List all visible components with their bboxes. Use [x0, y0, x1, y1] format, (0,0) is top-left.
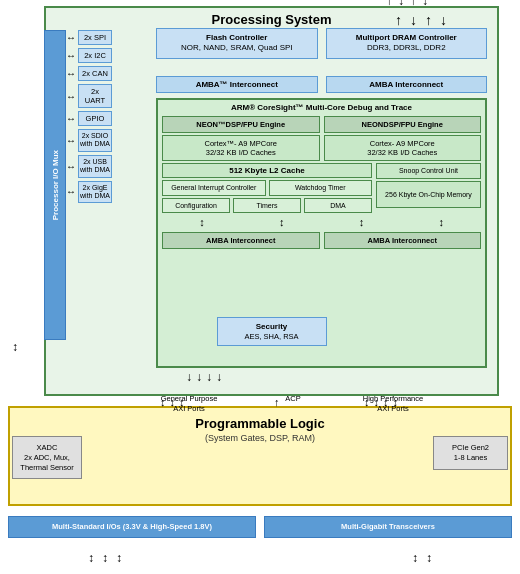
flash-controller-box: Flash Controller NOR, NAND, SRAM, Quad S…: [156, 28, 318, 59]
sdio-box: 2x SDIO with DMA: [78, 129, 112, 152]
security-box: Security AES, SHA, RSA: [217, 317, 327, 346]
arr3: ↕: [359, 216, 365, 228]
usb-arrow: ↔: [66, 161, 76, 172]
top-arrows: ↑ ↓ ↑ ↓: [395, 12, 447, 28]
uart-arrow: ↔: [66, 91, 76, 102]
security-detail: AES, SHA, RSA: [244, 332, 298, 341]
gp-axi-arrows: ↓ ↓ ↓ ↓: [186, 370, 222, 384]
arr4: ↕: [438, 216, 444, 228]
ps-top-arr4: ↓: [422, 0, 428, 8]
hp-port-arr3: ↕: [383, 396, 389, 408]
gp-arr4: ↓: [216, 370, 222, 384]
flash-subtitle: NOR, NAND, SRAM, Quad SPI: [181, 43, 293, 52]
uart-box: 2x UART: [78, 84, 112, 108]
ps-top-arr1: ↑: [386, 0, 392, 8]
hp-port-arr1: ↕: [364, 396, 370, 408]
acp-text: ACP: [285, 394, 300, 403]
neon-left: NEON™DSP/FPU Engine: [162, 116, 320, 133]
arm-title: ARM® CoreSight™ Multi-Core Debug and Tra…: [158, 100, 485, 114]
snoop-control-box: Snoop Control Unit: [376, 163, 481, 179]
pcie-box: PCIe Gen2 1-8 Lanes: [433, 436, 508, 470]
watchdog-label: Watchdog Timer: [295, 184, 346, 191]
onchip-memory-box: 256 Kbyte On-Chip Memory: [376, 181, 481, 208]
gp-arr1: ↓: [186, 370, 192, 384]
usb-box: 2x USB with DMA: [78, 155, 112, 178]
cortex-right: Cortex- A9 MPCore 32/32 KB I/D Caches: [324, 135, 482, 161]
acp-arr: ↑: [274, 396, 280, 408]
amba-top-right-label: AMBA Interconnect: [369, 80, 443, 89]
cortex-right-line1: Cortex- A9 MPCore: [327, 139, 479, 148]
gp-arr2: ↓: [196, 370, 202, 384]
amba-bottom-right: AMBA Interconnect: [324, 232, 482, 249]
bottom-arrows-right: ↕ ↕: [412, 551, 432, 565]
top-controllers-row: Flash Controller NOR, NAND, SRAM, Quad S…: [156, 28, 487, 59]
can-row: ↔ 2x CAN: [66, 66, 112, 81]
cortex-right-line2: 32/32 KB I/D Caches: [367, 148, 437, 157]
neon-row: NEON™DSP/FPU Engine NEONDSP/FPU Engine: [162, 116, 481, 133]
multi-standard-io-box: Multi-Standard I/Os (3.3V & High-Speed 1…: [8, 516, 256, 538]
gp-axi-label: General Purpose AXI Ports: [144, 394, 234, 414]
main-diagram: Processing System Flash Controller NOR, …: [8, 6, 512, 566]
sdio-row: ↔ 2x SDIO with DMA: [66, 129, 112, 152]
usb-row: ↔ 2x USB with DMA: [66, 155, 112, 178]
amba-bottom-left: AMBA Interconnect: [162, 232, 320, 249]
left-peripherals: ↔ 2x SPI ↔ 2x I2C ↔ 2x CAN ↔ 2x UART ↔ G…: [66, 30, 112, 203]
uart-row: ↔ 2x UART: [66, 84, 112, 108]
bot-arr3: ↕: [116, 551, 122, 565]
xadc-label: XADC 2x ADC, Mux, Thermal Sensor: [20, 443, 73, 472]
amba-top-right: AMBA Interconnect: [326, 76, 488, 93]
arrow-up-2: ↑: [425, 12, 432, 28]
sdio-arrow: ↔: [66, 135, 76, 146]
can-arrow: ↔: [66, 68, 76, 79]
watchdog-timer-box: Watchdog Timer: [269, 180, 373, 196]
dram-subtitle: DDR3, DDR3L, DDR2: [367, 43, 446, 52]
arr2: ↕: [279, 216, 285, 228]
processing-system-box: Processing System Flash Controller NOR, …: [44, 6, 499, 396]
xadc-box: XADC 2x ADC, Mux, Thermal Sensor: [12, 436, 82, 479]
l2-main: 512 Kbyte L2 Cache General Interrupt Con…: [162, 163, 372, 213]
cortex-left-line2: 32/32 KB I/D Caches: [206, 148, 276, 157]
can-box: 2x CAN: [78, 66, 112, 81]
ps-top-arrows: ↑ ↓ ↑ ↓: [386, 0, 428, 8]
inner-arrows: ↕ ↕ ↕ ↕: [162, 216, 481, 228]
snoop-label: Snoop Control Unit: [399, 167, 458, 174]
dram-title: Multiport DRAM Controller: [330, 33, 484, 43]
i2c-arrow: ↔: [66, 50, 76, 61]
gige-row: ↔ 2x GigE with DMA: [66, 181, 112, 204]
cortex-left: Cortex™- A9 MPCore 32/32 KB I/D Caches: [162, 135, 320, 161]
gp-port-arrows: ↕ ↕ ↕: [160, 396, 185, 408]
l2-section: 512 Kbyte L2 Cache General Interrupt Con…: [162, 163, 481, 213]
interrupt-controller-box: General Interrupt Controller: [162, 180, 266, 196]
bot-arr2: ↕: [102, 551, 108, 565]
amba-top-row: AMBA™ Interconnect AMBA Interconnect: [156, 76, 487, 93]
gpio-box: GPIO: [78, 111, 112, 126]
gige-box: 2x GigE with DMA: [78, 181, 112, 204]
spi-row: ↔ 2x SPI: [66, 30, 112, 45]
amba-top-left: AMBA™ Interconnect: [156, 76, 318, 93]
i2c-box: 2x I2C: [78, 48, 112, 63]
flash-title: Flash Controller: [160, 33, 314, 43]
gpio-row: ↔ GPIO: [66, 111, 112, 126]
gp-arr3: ↓: [206, 370, 212, 384]
io-mux-label: Processor I/O Mux: [51, 150, 60, 220]
gige-arrow: ↔: [66, 186, 76, 197]
hp-port-arr2: ↕: [374, 396, 380, 408]
emio-arrows: ↕: [12, 340, 18, 354]
bot-arr4: ↕: [412, 551, 418, 565]
ps-top-arr3: ↑: [410, 0, 416, 8]
gp-port-arr3: ↕: [179, 396, 185, 408]
l2-inner-row: General Interrupt Controller Watchdog Ti…: [162, 180, 372, 196]
cortex-row: Cortex™- A9 MPCore 32/32 KB I/D Caches C…: [162, 135, 481, 161]
config-row: Configuration Timers DMA: [162, 198, 372, 213]
gpio-arrow: ↔: [66, 113, 76, 124]
arr1: ↕: [199, 216, 205, 228]
bottom-arrows-left: ↕ ↕ ↕: [88, 551, 122, 565]
amba-bottom-row: AMBA Interconnect AMBA Interconnect: [162, 232, 481, 249]
arrow-down-1: ↓: [410, 12, 417, 28]
bot-arr5: ↕: [426, 551, 432, 565]
io-mux-bar: Processor I/O Mux: [44, 30, 66, 340]
arrow-up-1: ↑: [395, 12, 402, 28]
interrupt-controller-label: General Interrupt Controller: [171, 184, 256, 191]
onchip-label: 256 Kbyte On-Chip Memory: [385, 191, 472, 198]
diagram-wrapper: Processing System Flash Controller NOR, …: [0, 0, 520, 574]
